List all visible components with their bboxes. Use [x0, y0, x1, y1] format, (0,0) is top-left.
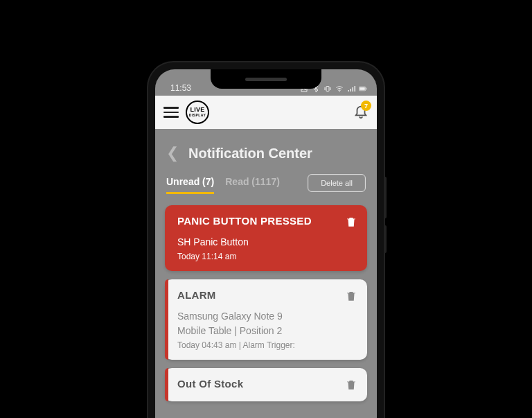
- card-meta: Today 11:14 am: [177, 252, 357, 261]
- trash-icon[interactable]: [345, 378, 357, 392]
- back-icon[interactable]: ❮: [166, 144, 179, 162]
- svg-rect-3: [366, 88, 366, 90]
- tabs: Unread (7) Read (1117) Delete all: [155, 172, 377, 194]
- app-bar: LIVE DISPLAY 7: [155, 96, 377, 129]
- notification-card[interactable]: Out Of Stock: [165, 368, 367, 401]
- vibrate-icon: [323, 85, 332, 93]
- phone-side-button: [384, 225, 387, 253]
- svg-rect-0: [326, 87, 329, 92]
- trash-icon[interactable]: [345, 289, 357, 303]
- trash-icon[interactable]: [345, 215, 357, 229]
- card-line2: Mobile Table | Position 2: [177, 324, 357, 338]
- wifi-icon: [335, 85, 344, 93]
- svg-point-1: [339, 91, 340, 92]
- status-time: 11:53: [170, 83, 191, 93]
- card-line1: Samsung Galaxy Note 9: [177, 310, 357, 323]
- notification-card[interactable]: ALARM Samsung Galaxy Note 9 Mobile Table…: [165, 279, 367, 360]
- phone-frame: 11:53 LIVE DISPLAY: [148, 62, 384, 418]
- menu-icon[interactable]: [163, 107, 179, 118]
- card-title: ALARM: [177, 289, 216, 301]
- tab-unread[interactable]: Unread (7): [166, 172, 214, 194]
- logo-subtext: DISPLAY: [189, 112, 206, 118]
- phone-side-button: [384, 177, 387, 218]
- card-accent: [165, 279, 168, 360]
- notification-badge: 7: [361, 101, 371, 111]
- notifications-button[interactable]: 7: [353, 103, 369, 121]
- tab-read[interactable]: Read (1117): [225, 172, 280, 194]
- card-title: PANIC BUTTON PRESSED: [177, 215, 312, 227]
- card-meta: Today 04:43 am | Alarm Trigger:: [177, 340, 357, 350]
- logo-text: LIVE: [190, 107, 204, 112]
- battery-icon: [359, 85, 367, 93]
- app-logo: LIVE DISPLAY: [186, 101, 209, 124]
- delete-all-button[interactable]: Delete all: [308, 174, 366, 192]
- svg-rect-4: [360, 87, 364, 90]
- notification-list: PANIC BUTTON PRESSED SH Panic Button Tod…: [155, 194, 377, 401]
- phone-screen: 11:53 LIVE DISPLAY: [155, 69, 377, 418]
- card-title: Out Of Stock: [177, 378, 243, 390]
- page-header: ❮ Notification Center: [155, 129, 377, 172]
- signal-icon: [347, 85, 355, 93]
- page-title: Notification Center: [188, 146, 312, 162]
- card-subtitle: SH Panic Button: [177, 236, 357, 249]
- notification-card[interactable]: PANIC BUTTON PRESSED SH Panic Button Tod…: [165, 205, 367, 271]
- card-accent: [165, 368, 168, 401]
- phone-notch: [211, 69, 321, 89]
